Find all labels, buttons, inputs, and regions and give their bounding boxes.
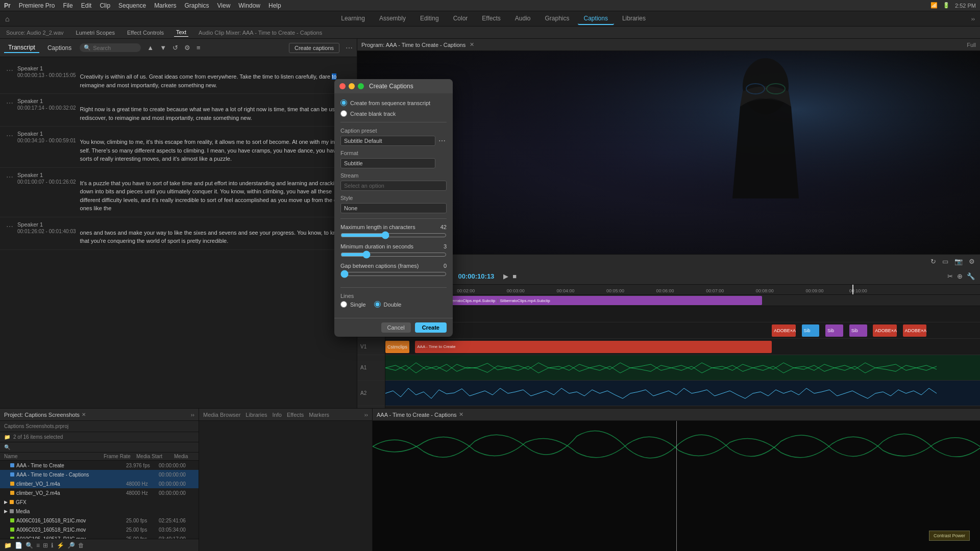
project-item-4[interactable]: ▶GFX [0, 497, 199, 507]
clip-v2-4[interactable]: Sib [849, 324, 867, 337]
cancel-button[interactable]: Cancel [381, 322, 411, 333]
gap-slider[interactable] [340, 270, 447, 278]
project-item-1[interactable]: AAA - Time to Create - Captions00:00:00:… [0, 470, 199, 479]
more-btn[interactable]: ≡ [194, 43, 203, 53]
tab-markers[interactable]: Markers [309, 412, 329, 418]
tab-media-browser[interactable]: Media Browser [203, 412, 240, 418]
export-frame-btn[interactable]: 📷 [953, 257, 964, 266]
new-bin-btn[interactable]: 📁 [4, 542, 12, 549]
tab-lumetri[interactable]: Lumetri Scopes [74, 29, 117, 37]
clip-v2-5[interactable]: ADOBE×ALEX [873, 324, 897, 337]
search-input[interactable] [93, 45, 134, 51]
radio-double[interactable] [374, 301, 381, 308]
pm-close-icon[interactable]: ✕ [470, 41, 474, 48]
tab-captions[interactable]: Captions [578, 13, 614, 25]
project-item-0[interactable]: AAA - Time to Create23.976 fps00:00:00:0… [0, 461, 199, 470]
tab-captions[interactable]: Captions [43, 43, 76, 53]
more-workspaces-icon[interactable]: ›› [971, 16, 975, 22]
style-select[interactable]: None [340, 203, 447, 213]
radio-blank-track[interactable] [340, 110, 347, 117]
panel-menu-dots[interactable]: ⋯ [346, 44, 353, 52]
menu-window[interactable]: Window [238, 2, 260, 9]
clip-v2-1[interactable]: ADOBE×ALEX [772, 324, 796, 337]
loop-btn[interactable]: ↻ [929, 257, 937, 266]
tab-graphics[interactable]: Graphics [539, 13, 576, 25]
settings-pm-btn[interactable]: ⚙ [968, 257, 976, 266]
pp-icon-view-btn[interactable]: ⊞ [43, 542, 48, 549]
project-item-5[interactable]: ▶Media [0, 507, 199, 516]
tab-assembly[interactable]: Assembly [373, 13, 412, 25]
refresh-btn[interactable]: ↺ [170, 43, 180, 53]
tab-transcript[interactable]: Transcript [4, 43, 39, 53]
tab-color[interactable]: Color [447, 13, 474, 25]
project-item-6[interactable]: A006C016_160518_R1IC.mov25.00 fps02:25:4… [0, 516, 199, 525]
menu-clip[interactable]: Clip [100, 2, 110, 9]
project-item-7[interactable]: A006C023_160518_R1IC.mov25.00 fps03:05:3… [0, 525, 199, 534]
format-select[interactable]: Subtitle [340, 158, 435, 168]
item-menu-4[interactable]: ⋯ [6, 222, 13, 245]
project-item-8[interactable]: A010C105_160517_R1IC.mov25.00 fps03:40:1… [0, 534, 199, 539]
menu-help[interactable]: Help [268, 2, 281, 9]
clip-v1-main[interactable]: AAA - Time to Create [415, 341, 772, 353]
menu-view[interactable]: View [217, 2, 231, 9]
tab-effect-controls[interactable]: Effect Controls [125, 29, 166, 37]
radio-double-label[interactable]: Double [384, 302, 402, 308]
pp-search-footer-btn[interactable]: 🔍 [26, 542, 33, 549]
caption-preset-dots[interactable]: ⋯ [437, 136, 447, 146]
panel-expand-icon-2[interactable]: ›› [364, 412, 368, 418]
tab-libraries[interactable]: Libraries [616, 13, 652, 25]
item-menu-2[interactable]: ⋯ [6, 132, 13, 163]
pp-find-btn[interactable]: 🔎 [67, 542, 75, 549]
pp-automate-btn[interactable]: ⚡ [57, 542, 64, 549]
scroll-down-btn[interactable]: ▼ [158, 43, 168, 53]
menu-premiere-pro[interactable]: Premiere Pro [19, 2, 55, 9]
razor-btn[interactable]: ✂ [946, 271, 954, 281]
tl-play-btn[interactable]: ▶ [502, 271, 509, 281]
tab-mixer[interactable]: Audio Clip Mixer: AAA - Time to Create -… [197, 29, 324, 37]
clip-v2-3[interactable]: Sib [825, 324, 843, 337]
tab-info[interactable]: Info [273, 412, 282, 418]
menu-file[interactable]: File [63, 2, 72, 9]
menu-sequence[interactable]: Sequence [118, 2, 146, 9]
panel-expand-icon[interactable]: ›› [191, 412, 194, 418]
wrench-btn[interactable]: 🔧 [966, 271, 976, 281]
home-icon[interactable]: ⌂ [5, 15, 9, 23]
tab-effects[interactable]: Effects [287, 412, 304, 418]
tab-learning[interactable]: Learning [335, 13, 371, 25]
pp-search-input[interactable] [12, 444, 194, 450]
item-menu-3[interactable]: ⋯ [6, 173, 13, 213]
tl-bottom-close[interactable]: ✕ [459, 411, 463, 418]
insert-btn[interactable]: ⊕ [956, 271, 964, 281]
new-item-btn[interactable]: 📄 [15, 542, 22, 549]
caption-preset-select[interactable]: Subtitle Default [340, 136, 435, 146]
traffic-light-yellow[interactable] [349, 83, 355, 89]
settings-btn[interactable]: ⚙ [182, 43, 192, 53]
radio-from-transcript[interactable] [340, 99, 347, 106]
tab-editing[interactable]: Editing [414, 13, 445, 25]
item-menu-1[interactable]: ⋯ [6, 99, 13, 122]
pp-new-folder-icon[interactable]: 📁 [4, 434, 10, 440]
create-button[interactable]: Create [415, 322, 447, 333]
radio-single[interactable] [340, 301, 347, 308]
menu-graphics[interactable]: Graphics [184, 2, 209, 9]
traffic-light-green[interactable] [358, 83, 364, 89]
tab-effects[interactable]: Effects [476, 13, 506, 25]
tab-audio[interactable]: Audio [509, 13, 537, 25]
stream-select[interactable]: Select an option [340, 181, 447, 191]
clip-v2-6[interactable]: ADOBE×ALEX [903, 324, 927, 337]
scroll-up-btn[interactable]: ▲ [145, 43, 156, 53]
menu-edit[interactable]: Edit [81, 2, 92, 9]
pp-list-view-btn[interactable]: ≡ [36, 542, 40, 549]
item-menu-0[interactable]: ⋯ [6, 66, 13, 89]
tl-stop-btn[interactable]: ■ [511, 271, 518, 281]
clip-v2-2[interactable]: Sib [802, 324, 820, 337]
radio-single-label[interactable]: Single [350, 302, 366, 308]
min-duration-slider[interactable] [340, 251, 447, 259]
pp-delete-btn[interactable]: 🗑 [78, 542, 84, 549]
traffic-light-red[interactable] [339, 83, 346, 89]
tab-text[interactable]: Text [174, 28, 188, 37]
tab-libraries[interactable]: Libraries [246, 412, 267, 418]
radio-blank-label[interactable]: Create blank track [350, 111, 396, 117]
clip-v1-1[interactable]: Cstmclips [385, 341, 409, 353]
radio-transcript-label[interactable]: Create from sequence transcript [350, 100, 430, 106]
